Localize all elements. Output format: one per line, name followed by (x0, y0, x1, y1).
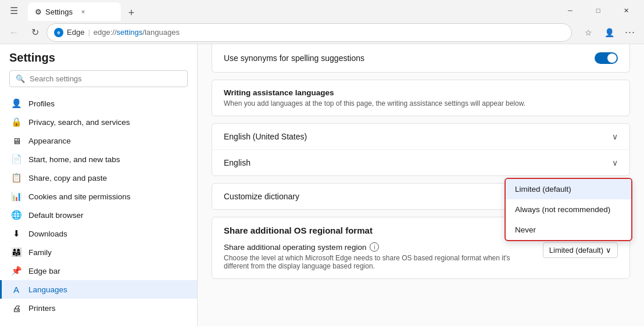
sidebar-item-profiles[interactable]: 👤 Profiles (0, 94, 197, 113)
address-separator: | (88, 28, 90, 37)
close-window-button[interactable]: ✕ (613, 1, 639, 20)
settings-tab[interactable]: ⚙ Settings × (28, 2, 121, 21)
sidebar-item-cookies[interactable]: 📊 Cookies and site permissions (0, 187, 197, 206)
sidebar-item-downloads[interactable]: ⬇ Downloads (0, 224, 197, 243)
minimize-button[interactable]: ─ (557, 1, 584, 20)
back-button[interactable]: ← (5, 23, 23, 42)
sidebar-item-family[interactable]: 👨‍👩‍👧 Family (0, 243, 197, 261)
region-select-button[interactable]: Limited (default) ∨ (543, 242, 618, 258)
edge-bar-label: Edge bar (28, 267, 60, 275)
english-label: English (224, 158, 251, 167)
sidebar-header: Settings 🔍 (0, 44, 197, 92)
use-synonyms-toggle[interactable] (595, 52, 618, 64)
settings-tab-title: Settings (45, 8, 73, 16)
printers-icon: 🖨 (11, 303, 22, 313)
more-options-button[interactable]: ··· (621, 23, 639, 42)
english-row[interactable]: English ∨ (212, 149, 629, 175)
sidebar-title: Settings (9, 51, 188, 65)
content-inner: Use synonyms for spelling suggestions Wr… (198, 44, 644, 300)
sidebar-nav: 👤 Profiles 🔒 Privacy, search, and servic… (0, 92, 197, 326)
privacy-label: Privacy, search, and services (28, 118, 130, 127)
privacy-icon: 🔒 (11, 117, 22, 127)
main-layout: Settings 🔍 👤 Profiles 🔒 Privacy, search,… (0, 44, 644, 326)
languages-icon: A (11, 284, 22, 295)
favorites-button[interactable]: ☆ (579, 23, 598, 42)
family-icon: 👨‍👩‍👧 (11, 247, 22, 257)
content-area: Use synonyms for spelling suggestions Wr… (198, 44, 644, 326)
addressbar: ← ↻ e Edge | edge://settings/languages ☆… (0, 21, 644, 44)
customize-dictionary-label: Customize dictionary (224, 192, 299, 201)
downloads-label: Downloads (28, 230, 67, 238)
search-box[interactable]: 🔍 (9, 70, 188, 87)
new-tab-button[interactable]: + (123, 5, 139, 21)
dropdown-option-always[interactable]: Always (not recommended) (506, 199, 631, 220)
sidebar-item-privacy[interactable]: 🔒 Privacy, search, and services (0, 113, 197, 131)
sidebar-item-printers[interactable]: 🖨 Printers (0, 299, 197, 317)
sidebar-item-share-copy[interactable]: 📋 Share, copy and paste (0, 169, 197, 187)
os-region-label: Share additional operating system region… (224, 242, 534, 270)
default-browser-label: Default browser (28, 211, 84, 220)
sidebar-item-edge-bar[interactable]: 📌 Edge bar (0, 261, 197, 280)
window-controls: ─ □ ✕ (557, 1, 639, 20)
url-settings: settings (117, 28, 143, 37)
edge-logo-icon: e (54, 28, 63, 37)
os-region-label-sub: Choose the level at which Microsoft Edge… (224, 254, 514, 270)
profiles-label: Profiles (28, 99, 55, 108)
refresh-button[interactable]: ↻ (26, 23, 44, 42)
family-label: Family (28, 248, 52, 257)
region-select-value: Limited (default) (549, 246, 603, 255)
os-region-label-title: Share additional operating system region… (224, 242, 534, 252)
english-chevron-icon: ∨ (612, 158, 618, 167)
english-us-label: English (United States) (224, 132, 307, 141)
share-copy-label: Share, copy and paste (28, 174, 107, 182)
writing-assistance-title: Writing assistance languages (224, 88, 618, 97)
sidebar-item-appearance[interactable]: 🖥 Appearance (0, 131, 197, 150)
sidebar-item-languages[interactable]: A Languages (0, 280, 197, 299)
dropdown-option-never[interactable]: Never (506, 220, 631, 240)
address-box[interactable]: e Edge | edge://settings/languages (46, 23, 572, 42)
region-select-chevron-icon: ∨ (606, 246, 611, 255)
address-url: edge://settings/languages (94, 28, 180, 37)
edge-label: Edge (67, 28, 84, 37)
settings-tab-favicon: ⚙ (35, 8, 42, 16)
os-region-row: Share additional operating system region… (212, 235, 629, 278)
sidebar-item-start-home[interactable]: 📄 Start, home, and new tabs (0, 150, 197, 169)
use-synonyms-label: Use synonyms for spelling suggestions (224, 53, 364, 63)
default-browser-icon: 🌐 (11, 210, 22, 220)
use-synonyms-row: Use synonyms for spelling suggestions (212, 44, 629, 72)
search-input[interactable] (30, 74, 181, 83)
downloads-icon: ⬇ (11, 228, 22, 239)
url-prefix: edge:// (94, 28, 117, 37)
address-bar-actions: ☆ 👤 ··· (579, 23, 639, 42)
share-copy-icon: 📋 (11, 173, 22, 183)
printers-label: Printers (28, 304, 56, 313)
info-icon[interactable]: i (370, 242, 379, 252)
appearance-icon: 🖥 (11, 135, 22, 146)
appearance-label: Appearance (28, 137, 71, 145)
english-us-chevron-icon: ∨ (612, 132, 618, 141)
profile-button[interactable]: 👤 (600, 23, 618, 42)
titlebar: ☰ ⚙ Settings × + ─ □ ✕ (0, 0, 644, 21)
dropdown-popup: Limited (default)Always (not recommended… (505, 178, 632, 241)
languages-label: Languages (28, 285, 67, 294)
cookies-icon: 📊 (11, 191, 22, 202)
url-suffix: /languages (142, 28, 180, 37)
english-us-row[interactable]: English (United States) ∨ (212, 124, 629, 149)
sidebar-toggle-button[interactable]: ☰ (5, 1, 23, 20)
sidebar: Settings 🔍 👤 Profiles 🔒 Privacy, search,… (0, 44, 198, 326)
writing-assistance-section: Writing assistance languages When you ad… (212, 80, 630, 116)
close-tab-button[interactable]: × (78, 7, 88, 16)
language-rows-section: English (United States) ∨ English ∨ (212, 123, 630, 176)
maximize-button[interactable]: □ (585, 1, 611, 20)
dropdown-option-limited[interactable]: Limited (default) (506, 179, 631, 199)
search-icon: 🔍 (16, 74, 25, 83)
titlebar-left: ☰ (5, 1, 23, 20)
tab-strip: ⚙ Settings × + (28, 0, 552, 21)
os-region-label-text: Share additional operating system region (224, 243, 366, 252)
sidebar-item-default-browser[interactable]: 🌐 Default browser (0, 206, 197, 224)
start-home-label: Start, home, and new tabs (28, 155, 120, 164)
edge-bar-icon: 📌 (11, 266, 22, 276)
use-synonyms-section: Use synonyms for spelling suggestions (212, 44, 630, 73)
profiles-icon: 👤 (11, 98, 22, 109)
cookies-label: Cookies and site permissions (28, 192, 131, 201)
